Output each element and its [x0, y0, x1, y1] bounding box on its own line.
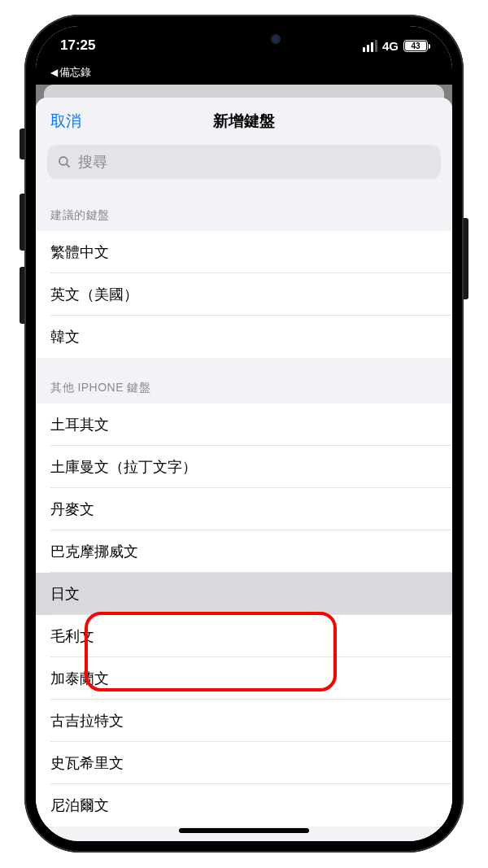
list-item[interactable]: 古吉拉特文	[36, 700, 452, 742]
search-input[interactable]	[78, 154, 431, 171]
list-item[interactable]: 加泰蘭文	[36, 657, 452, 700]
status-time: 17:25	[60, 37, 95, 54]
sheet-title: 新增鍵盤	[213, 111, 275, 132]
cellular-signal-icon	[363, 40, 377, 52]
list-item[interactable]: 土耳其文	[36, 403, 452, 446]
screen: 17:25 4G 43 ◀ 備忘錄 取消 新增鍵盤	[36, 26, 452, 841]
list-item[interactable]: 韓文	[36, 316, 452, 358]
phone-frame: 17:25 4G 43 ◀ 備忘錄 取消 新增鍵盤	[24, 15, 464, 853]
search-field[interactable]	[47, 145, 441, 179]
cancel-button[interactable]: 取消	[50, 111, 81, 132]
list-item[interactable]: 巴克摩挪威文	[36, 530, 452, 573]
list-item[interactable]: 繁體中文	[36, 231, 452, 273]
sheet-area: 取消 新增鍵盤 建議的鍵盤 繁體中文 英文（美國）	[36, 85, 452, 841]
chevron-left-icon: ◀	[50, 67, 58, 78]
search-icon	[57, 155, 72, 169]
list-item[interactable]: 英文（美國）	[36, 273, 452, 316]
list-item[interactable]: 尼泊爾文	[36, 784, 452, 827]
suggested-list: 繁體中文 英文（美國） 韓文	[36, 231, 452, 358]
keyboard-list-scroll[interactable]: 建議的鍵盤 繁體中文 英文（美國） 韓文 其他 IPHONE 鍵盤 土耳其文 土…	[36, 185, 452, 841]
battery-icon: 43	[403, 40, 428, 52]
volume-up-button	[20, 194, 24, 251]
list-item[interactable]: 毛利文	[36, 615, 452, 657]
svg-line-1	[67, 164, 69, 167]
other-list: 土耳其文 土庫曼文（拉丁文字） 丹麥文 巴克摩挪威文 日文 毛利文 加泰蘭文 古…	[36, 403, 452, 827]
list-item[interactable]: 土庫曼文（拉丁文字）	[36, 446, 452, 488]
section-header-suggested: 建議的鍵盤	[36, 185, 452, 231]
power-button	[464, 218, 468, 299]
network-label: 4G	[382, 39, 399, 53]
list-item[interactable]: 史瓦希里文	[36, 742, 452, 784]
notch	[150, 26, 338, 54]
modal-sheet: 取消 新增鍵盤 建議的鍵盤 繁體中文 英文（美國）	[36, 98, 452, 841]
list-item[interactable]: 丹麥文	[36, 488, 452, 530]
list-item-japanese[interactable]: 日文	[36, 573, 452, 615]
sheet-header: 取消 新增鍵盤	[36, 98, 452, 145]
breadcrumb-label: 備忘錄	[59, 65, 91, 80]
volume-down-button	[20, 267, 24, 324]
mute-switch	[20, 129, 24, 159]
battery-percent: 43	[411, 41, 420, 50]
section-header-other: 其他 IPHONE 鍵盤	[36, 358, 452, 403]
breadcrumb[interactable]: ◀ 備忘錄	[36, 65, 452, 85]
home-indicator[interactable]	[179, 828, 309, 833]
